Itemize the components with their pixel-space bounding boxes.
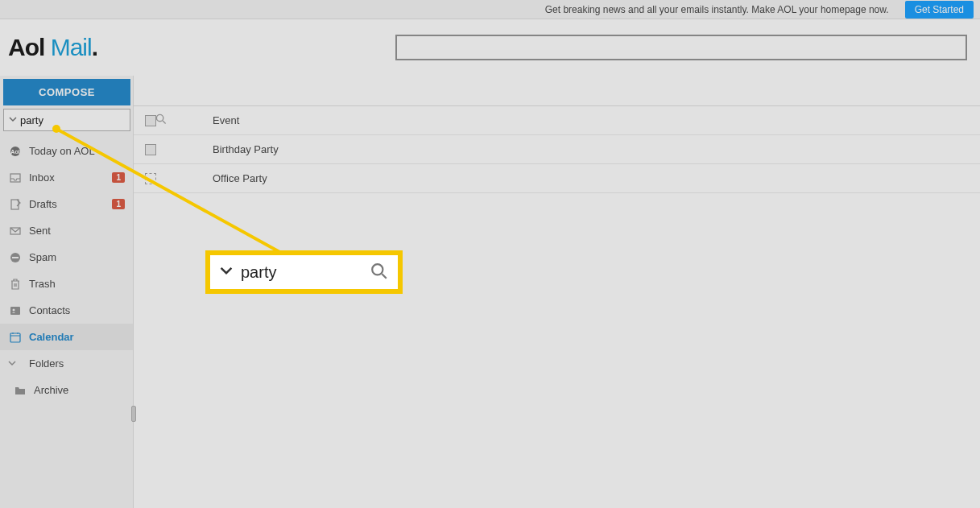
drafts-icon — [8, 199, 23, 210]
svg-rect-5 — [11, 200, 19, 209]
sidebar-item-label: Folders — [29, 357, 64, 370]
trash-icon — [8, 279, 23, 290]
calendar-icon — [8, 332, 23, 343]
event-title: Birthday Party — [213, 143, 279, 155]
callout-search-value: party — [241, 263, 370, 282]
sidebar-item-label: Spam — [29, 251, 56, 263]
sidebar-item-inbox[interactable]: Inbox 1 — [0, 164, 133, 191]
column-header-event: Event — [213, 114, 239, 126]
logo-dot: . — [92, 34, 97, 60]
nav-list: Aol Today on AOL Inbox 1 Drafts 1 — [0, 138, 133, 403]
compose-button[interactable]: COMPOSE — [3, 79, 130, 105]
svg-point-17 — [372, 264, 382, 275]
sidebar-item-calendar[interactable]: Calendar — [0, 324, 133, 350]
event-checkbox[interactable] — [145, 144, 156, 155]
event-checkbox[interactable] — [145, 173, 156, 184]
logo-mail: Mail — [44, 34, 91, 60]
sidebar-item-label: Archive — [34, 384, 68, 396]
svg-point-10 — [13, 308, 15, 311]
sidebar-item-sent[interactable]: Sent — [0, 217, 133, 244]
top-search-input[interactable] — [395, 35, 967, 60]
svg-rect-9 — [10, 307, 20, 315]
spam-icon — [8, 252, 23, 263]
sidebar-item-label: Calendar — [29, 331, 74, 343]
svg-text:Aol: Aol — [10, 149, 19, 155]
event-row[interactable]: Birthday Party — [134, 135, 980, 164]
event-list-header: Event — [134, 106, 980, 135]
svg-rect-11 — [10, 333, 20, 342]
content-toolbar — [134, 76, 980, 106]
folder-icon — [13, 385, 27, 396]
sidebar-item-spam[interactable]: Spam — [0, 244, 133, 271]
sidebar-item-archive[interactable]: Archive — [0, 377, 133, 403]
sidebar-item-trash[interactable]: Trash — [0, 271, 133, 297]
aol-icon: Aol — [8, 146, 23, 157]
logo-aol: Aol — [8, 34, 44, 60]
sidebar-item-contacts[interactable]: Contacts — [0, 297, 133, 324]
sidebar-item-label: Inbox — [29, 171, 55, 184]
homepage-banner: Get breaking news and all your emails in… — [0, 0, 980, 19]
sidebar-item-label: Trash — [29, 278, 56, 290]
search-callout: party — [205, 250, 403, 294]
header: Aol Mail. — [0, 19, 980, 76]
sidebar-search[interactable] — [3, 109, 130, 131]
inbox-icon — [8, 172, 23, 184]
event-list: Event Birthday Party Office Party — [134, 106, 980, 193]
drafts-badge: 1 — [112, 199, 125, 209]
main: COMPOSE Aol Today on AOL Inb — [0, 76, 980, 508]
sidebar-item-today[interactable]: Aol Today on AOL — [0, 138, 133, 164]
aol-mail-logo: Aol Mail. — [8, 34, 97, 61]
search-icon[interactable] — [155, 114, 167, 127]
banner-message: Get breaking news and all your emails in… — [545, 4, 889, 15]
sidebar-item-folders[interactable]: Folders — [0, 350, 133, 377]
sidebar-item-label: Drafts — [29, 198, 57, 210]
get-started-button[interactable]: Get Started — [905, 1, 974, 19]
svg-point-0 — [156, 114, 163, 121]
sidebar-item-label: Sent — [29, 225, 51, 237]
chevron-down-icon[interactable] — [9, 115, 17, 125]
sidebar-search-input[interactable] — [17, 114, 155, 126]
event-title: Office Party — [213, 172, 267, 184]
contacts-icon — [8, 305, 23, 316]
sidebar: COMPOSE Aol Today on AOL Inb — [0, 76, 134, 508]
svg-line-18 — [382, 274, 387, 279]
sidebar-item-label: Contacts — [29, 304, 70, 316]
sidebar-item-label: Today on AOL — [29, 145, 95, 157]
svg-line-1 — [163, 121, 166, 124]
sidebar-item-drafts[interactable]: Drafts 1 — [0, 191, 133, 217]
sent-icon — [8, 225, 23, 237]
inbox-badge: 1 — [112, 172, 125, 183]
chevron-down-icon — [8, 359, 23, 369]
event-row[interactable]: Office Party — [134, 164, 980, 193]
search-icon — [370, 262, 388, 283]
chevron-down-icon — [220, 264, 233, 280]
sidebar-resize-handle[interactable] — [131, 406, 136, 422]
svg-rect-8 — [12, 257, 19, 258]
